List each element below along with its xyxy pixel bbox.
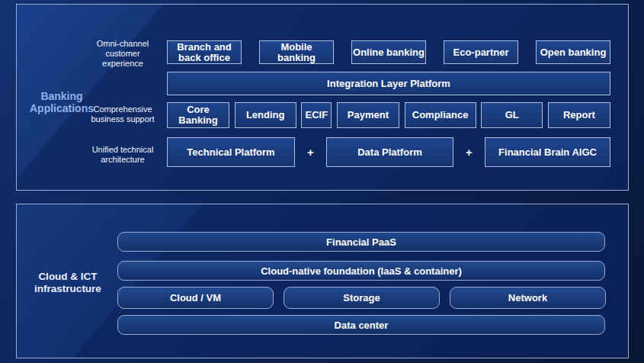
box-ecif: ECIF (301, 102, 332, 128)
bar-cloud-native-foundation: Cloud-native foundation (IaaS & containe… (117, 261, 605, 281)
row-label-technical-architecture: Unified technical architecture (81, 145, 165, 165)
box-network: Network (450, 287, 606, 309)
box-online-banking: Online banking (351, 40, 426, 64)
technical-architecture-row: Technical Platform + Data Platform + Fin… (167, 137, 610, 167)
box-payment: Payment (337, 102, 399, 128)
box-data-platform: Data Platform (326, 137, 453, 167)
plus-separator: + (453, 137, 485, 167)
resources-row: Cloud / VM Storage Network (117, 287, 606, 309)
box-lending: Lending (235, 102, 296, 128)
box-report: Report (548, 102, 610, 128)
box-open-banking: Open banking (536, 40, 610, 64)
architecture-diagram: Banking Applications Omni-channel custom… (0, 0, 644, 363)
box-financial-brain-aigc: Financial Brain AIGC (485, 137, 610, 167)
box-branch-back-office: Branch and back office (167, 40, 242, 64)
row-label-business-support: Comprehensive business support (81, 104, 165, 124)
box-core-banking: Core Banking (167, 102, 229, 128)
box-mobile-banking: Mobile banking (259, 40, 334, 64)
box-eco-partner: Eco-partner (444, 40, 518, 64)
box-technical-platform: Technical Platform (167, 137, 295, 167)
cloud-ict-panel: Cloud & ICT infrastructure Financial Paa… (16, 204, 629, 358)
cloud-ict-title: Cloud & ICT infrastructure (21, 271, 114, 295)
box-gl: GL (481, 102, 543, 128)
bar-financial-paas: Financial PaaS (117, 232, 605, 252)
banking-applications-panel: Banking Applications Omni-channel custom… (16, 4, 629, 191)
row-label-omni-channel: Omni-channel customer experience (81, 39, 165, 69)
business-support-row: Core Banking Lending ECIF Payment Compli… (167, 102, 610, 128)
integration-layer-platform-bar: Integration Layer Platform (167, 72, 610, 95)
bar-data-center: Data center (117, 315, 605, 335)
box-cloud-vm: Cloud / VM (117, 287, 274, 309)
box-compliance: Compliance (405, 102, 476, 128)
omni-channel-row: Branch and back office Mobile banking On… (167, 40, 610, 64)
plus-separator: + (295, 137, 326, 167)
box-storage: Storage (284, 287, 440, 309)
